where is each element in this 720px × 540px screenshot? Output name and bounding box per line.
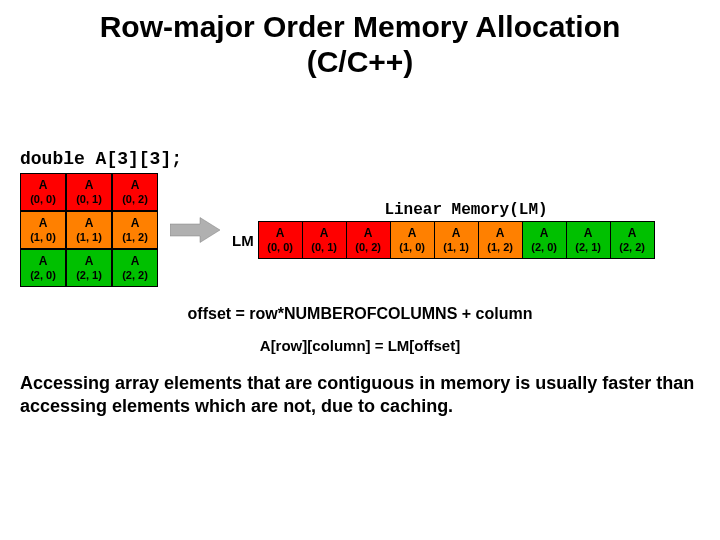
linear-memory-block: Linear Memory(LM) LM A(0, 0)A(0, 1)A(0, … — [232, 201, 700, 259]
index-formula: A[row][column] = LM[offset] — [20, 337, 700, 354]
title-line-1: Row-major Order Memory Allocation — [100, 10, 621, 43]
matrix-cell: A(0, 0) — [20, 173, 66, 211]
lm-cell: A(2, 2) — [610, 221, 655, 259]
lm-cells: A(0, 0)A(0, 1)A(0, 2)A(1, 0)A(1, 1)A(1, … — [258, 221, 655, 259]
matrix-cell: A(1, 2) — [112, 211, 158, 249]
matrix-cell: A(0, 2) — [112, 173, 158, 211]
lm-cell: A(0, 2) — [346, 221, 391, 259]
lm-cell: A(2, 0) — [522, 221, 567, 259]
offset-formula: offset = row*NUMBEROFCOLUMNS + column — [20, 305, 700, 323]
matrix-cell: A(1, 1) — [66, 211, 112, 249]
lm-cell: A(2, 1) — [566, 221, 611, 259]
title-line-2: (C/C++) — [307, 45, 414, 78]
arrow-icon — [170, 215, 220, 245]
caption-text: Accessing array elements that are contig… — [20, 372, 700, 419]
lm-cell: A(1, 2) — [478, 221, 523, 259]
slide-title: Row-major Order Memory Allocation (C/C++… — [20, 10, 700, 79]
lm-cell: A(1, 1) — [434, 221, 479, 259]
matrix-cell: A(1, 0) — [20, 211, 66, 249]
matrix-2d: A(0, 0)A(0, 1)A(0, 2)A(1, 0)A(1, 1)A(1, … — [20, 173, 158, 287]
matrix-cell: A(2, 1) — [66, 249, 112, 287]
matrix-cell: A(2, 2) — [112, 249, 158, 287]
linear-memory-title: Linear Memory(LM) — [232, 201, 700, 219]
linear-memory-row: LM A(0, 0)A(0, 1)A(0, 2)A(1, 0)A(1, 1)A(… — [232, 221, 700, 259]
lm-label: LM — [232, 232, 254, 249]
matrix-cell: A(0, 1) — [66, 173, 112, 211]
lm-cell: A(0, 1) — [302, 221, 347, 259]
svg-marker-0 — [170, 218, 220, 243]
lm-cell: A(1, 0) — [390, 221, 435, 259]
diagram-row: A(0, 0)A(0, 1)A(0, 2)A(1, 0)A(1, 1)A(1, … — [20, 173, 700, 287]
matrix-cell: A(2, 0) — [20, 249, 66, 287]
array-declaration: double A[3][3]; — [20, 149, 700, 169]
lm-cell: A(0, 0) — [258, 221, 303, 259]
